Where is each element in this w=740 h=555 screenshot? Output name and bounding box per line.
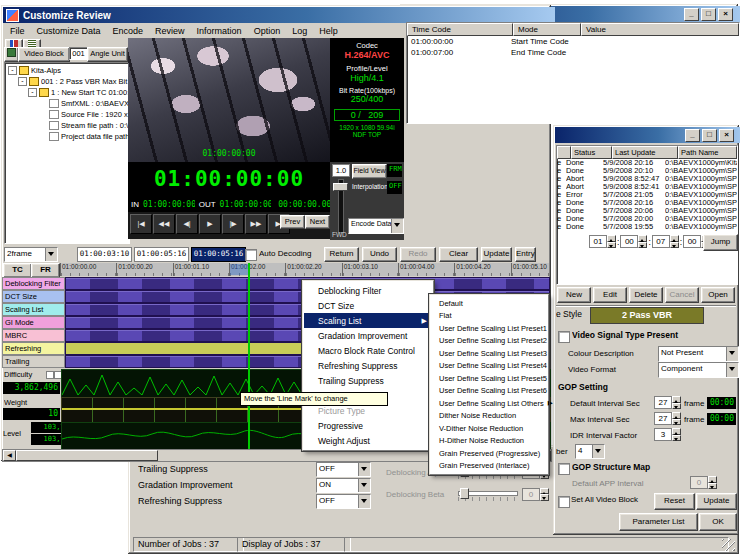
submenu-item[interactable]: User Define Scaling List Preset1 bbox=[431, 322, 547, 335]
col-value[interactable]: Value bbox=[581, 23, 739, 36]
timeline-ruler[interactable]: 01:00:00.0001:00:00.2001:00:01.1001:00:0… bbox=[60, 263, 549, 276]
tree-node[interactable]: Stream file path : 0:\B bbox=[7, 120, 129, 131]
field-view-button[interactable]: Field View bbox=[352, 164, 387, 179]
submenu-item[interactable]: H-Dither Noise Reduction bbox=[431, 435, 547, 448]
scrollbar-thumb[interactable] bbox=[16, 450, 158, 461]
context-menu-item[interactable]: Gradation Improvement bbox=[304, 328, 432, 343]
chevron-down-icon[interactable] bbox=[45, 248, 57, 261]
menu-item[interactable]: Customize Data bbox=[31, 25, 107, 38]
update-button[interactable]: Update bbox=[696, 493, 737, 510]
minimize-icon[interactable]: _ bbox=[684, 8, 699, 21]
menu-item[interactable]: Help bbox=[313, 25, 344, 38]
default-interval-spinner[interactable]: 27 bbox=[654, 396, 681, 409]
job-button[interactable]: Delete bbox=[629, 287, 663, 303]
transport-button[interactable]: |▶ bbox=[222, 214, 244, 234]
spin-down-icon[interactable] bbox=[672, 435, 681, 442]
in-timecode[interactable]: 01:00:00:00 bbox=[141, 199, 195, 210]
slider[interactable] bbox=[458, 487, 518, 501]
spin-down-icon[interactable] bbox=[672, 419, 681, 426]
jump-hours-spinner[interactable]: 01 bbox=[589, 235, 616, 248]
chevron-down-icon[interactable] bbox=[592, 445, 604, 458]
jump-button[interactable]: Jump bbox=[703, 234, 738, 251]
menu-item[interactable]: Review bbox=[149, 25, 191, 38]
spin-down-icon[interactable] bbox=[670, 242, 679, 249]
timeline-button[interactable]: Update bbox=[481, 247, 512, 262]
prev-button[interactable]: Prev bbox=[280, 215, 305, 229]
spin-down-icon[interactable] bbox=[708, 483, 717, 490]
video-format-dropdown[interactable]: Component bbox=[658, 362, 739, 378]
context-menu-item[interactable]: Refreshing Suppress bbox=[304, 358, 432, 373]
job-button[interactable]: Cancel bbox=[665, 287, 699, 303]
tree-node[interactable]: - 1 : New Start TC 01:00:0 bbox=[7, 87, 129, 98]
context-menu-item[interactable]: Scaling List ▶ bbox=[304, 313, 432, 328]
job-row[interactable]: e Error 5/7/2008 21:05 0:\BAEVX1000ym\SP… bbox=[557, 191, 737, 199]
transport-button[interactable]: ▶▶ bbox=[245, 214, 267, 234]
timeline-button[interactable]: Undo bbox=[362, 247, 397, 262]
timeline-button[interactable]: Redo bbox=[400, 247, 436, 262]
idr-interval-spinner[interactable]: 3 bbox=[654, 428, 681, 441]
ok-button[interactable]: OK bbox=[699, 513, 737, 531]
timeline-timecode-field[interactable]: 01:00:03:10 bbox=[77, 247, 132, 262]
context-menu-item[interactable]: DCT Size bbox=[304, 298, 432, 313]
context-menu-item[interactable]: Macro Block Rate Control bbox=[304, 343, 432, 358]
transport-button[interactable]: ▶ bbox=[199, 214, 221, 234]
transport-button[interactable]: ◀◀ bbox=[153, 214, 175, 234]
submenu-item[interactable]: Flat bbox=[431, 310, 547, 323]
scroll-left-icon[interactable]: ◀ bbox=[3, 450, 16, 461]
next-button[interactable]: Next bbox=[305, 215, 330, 229]
chevron-down-icon[interactable] bbox=[726, 347, 738, 361]
job-row[interactable]: e Done 5/9/2008 20:10 0:\BAEVX1000ym\SPE… bbox=[557, 167, 737, 175]
submenu-item[interactable]: Dither Noise Reduction bbox=[431, 410, 547, 423]
close-icon[interactable]: × bbox=[719, 129, 734, 142]
job-col-status[interactable]: Status bbox=[571, 146, 612, 159]
submenu-item[interactable]: Grain Preserved (Interlace) bbox=[431, 460, 547, 473]
spin-down-icon[interactable] bbox=[540, 494, 549, 501]
jump-seconds-spinner[interactable]: 07 bbox=[652, 235, 679, 248]
menu-item[interactable]: Option bbox=[248, 25, 287, 38]
encode-style-field[interactable]: 2 Pass VBR bbox=[590, 307, 704, 324]
slider-thumb[interactable] bbox=[460, 488, 469, 499]
spin-down-icon[interactable] bbox=[607, 242, 616, 249]
timeline-timecode-field[interactable]: 01:00:05:16 bbox=[191, 247, 246, 262]
chevron-down-icon[interactable] bbox=[358, 479, 370, 492]
col-mode[interactable]: Mode bbox=[513, 23, 581, 36]
submenu-item[interactable]: V-Dither Noise Reduction bbox=[431, 422, 547, 435]
job-row[interactable]: e Done 5/7/2008 20:16 0:\BAEVX1000ym\SPE… bbox=[557, 199, 737, 207]
job-row[interactable]: e Done 5/7/2008 19:55 0:\BAEVX1000ym\SPE… bbox=[557, 223, 737, 231]
timeline-button[interactable]: Clear bbox=[439, 247, 478, 262]
reset-button[interactable]: Reset bbox=[654, 493, 695, 510]
chevron-down-icon[interactable] bbox=[358, 495, 370, 508]
tree-node[interactable]: - Kita-Alps bbox=[7, 65, 129, 76]
chevron-down-icon[interactable] bbox=[391, 219, 403, 233]
menu-item[interactable]: Log bbox=[286, 25, 313, 38]
submenu-item[interactable]: User Define Scaling List Preset4 bbox=[431, 360, 547, 373]
submenu-item[interactable]: User Define Scaling List Others ▶ bbox=[431, 397, 547, 410]
job-button[interactable]: Open bbox=[701, 287, 735, 303]
parameter-dropdown[interactable]: OFF bbox=[316, 462, 371, 477]
tc-mode-button[interactable]: TC bbox=[3, 263, 32, 278]
timeline-button[interactable]: Entry bbox=[515, 247, 536, 262]
auto-decoding-checkbox[interactable] bbox=[245, 249, 257, 261]
context-menu-item[interactable]: Deblocking Filter bbox=[304, 283, 432, 298]
context-menu-item[interactable]: Progressive bbox=[304, 418, 432, 433]
tree-node[interactable]: SmfXML : 0:\BAEVX1 bbox=[7, 98, 129, 109]
chevron-down-icon[interactable] bbox=[358, 463, 370, 476]
timeline-track[interactable]: Deblocking Filter bbox=[2, 277, 550, 290]
menu-item[interactable]: File bbox=[4, 25, 31, 38]
tree-expander-icon[interactable]: - bbox=[28, 88, 37, 97]
out-timecode[interactable]: 01:00:00:00 bbox=[218, 199, 272, 210]
tree-node[interactable]: Project data file path : bbox=[7, 131, 129, 142]
context-menu-item[interactable]: Trailing Suppress bbox=[304, 373, 432, 388]
zoom-dropdown[interactable]: 2frame bbox=[4, 247, 58, 262]
resize-grip[interactable] bbox=[722, 539, 735, 551]
submenu-item[interactable]: User Define Scaling List Preset5 bbox=[431, 372, 547, 385]
number-dropdown[interactable]: 4 bbox=[575, 444, 605, 459]
menu-item[interactable]: Encode bbox=[107, 25, 150, 38]
transport-button[interactable]: |◀ bbox=[130, 214, 152, 234]
parameter-dropdown[interactable]: OFF bbox=[316, 494, 371, 509]
spin-down-icon[interactable] bbox=[638, 242, 647, 249]
close-icon[interactable]: × bbox=[718, 8, 733, 21]
max-interval-spinner[interactable]: 27 bbox=[654, 412, 681, 425]
timeline-timecode-field[interactable]: 01:00:05:16 bbox=[134, 247, 189, 262]
line-mark[interactable] bbox=[248, 263, 250, 449]
